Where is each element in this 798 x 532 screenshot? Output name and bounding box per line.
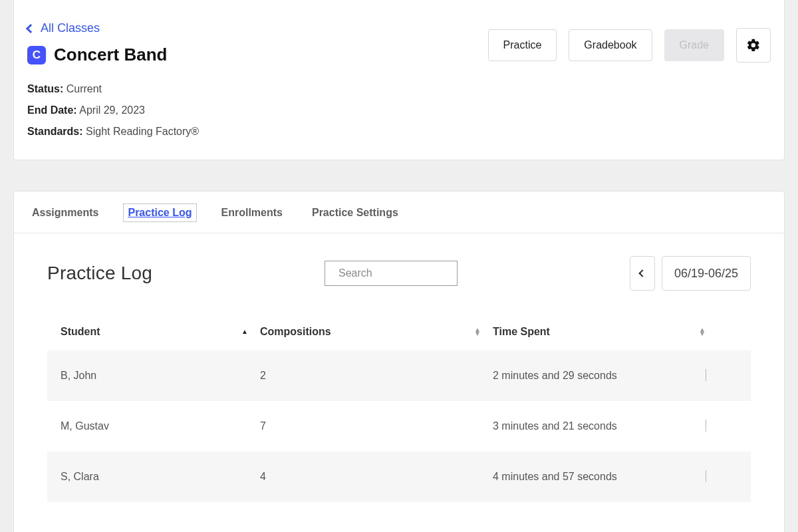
cell-student: S, Clara [61,471,260,483]
class-header-card: All Classes C Concert Band Status: Curre… [13,0,785,160]
settings-button[interactable] [736,28,771,63]
sort-icon: ▲▼ [474,328,481,336]
content-card: Assignments Practice Log Enrollments Pra… [13,191,785,532]
status-label: Status: [27,83,63,94]
date-nav: 06/19-06/25 [630,256,751,291]
class-badge: C [27,46,46,65]
cell-compositions: 2 [260,370,493,382]
cell-compositions: 7 [260,420,493,432]
class-meta: Status: Current End Date: April 29, 2023… [27,78,771,142]
column-time-label: Time Spent [493,326,550,338]
standards-value: Sight Reading Factory® [86,126,199,137]
breadcrumb-all-classes-link[interactable]: All Classes [41,21,100,35]
status-value: Current [66,83,102,94]
chevron-right-icon[interactable] [706,470,706,482]
panel-title: Practice Log [47,263,152,284]
chevron-left-icon [638,269,646,277]
standards-label: Standards: [27,126,83,137]
search-box[interactable] [325,261,458,286]
date-range-picker[interactable]: 06/19-06/25 [662,256,751,291]
practice-log-panel: Practice Log 06/19-06/25 Student ▲ [14,233,784,532]
cell-student: B, John [61,370,260,382]
grade-button: Grade [664,29,724,61]
practice-log-table: Student ▲ Compositions ▲▼ Time Spent ▲▼ … [47,313,751,502]
column-compositions[interactable]: Compositions ▲▼ [260,326,493,338]
sort-asc-icon: ▲ [241,330,248,334]
column-student-label: Student [61,326,100,338]
cell-time-spent: 2 minutes and 29 seconds [493,370,706,382]
class-title: Concert Band [54,45,167,65]
search-input[interactable] [338,267,471,279]
gradebook-button[interactable]: Gradebook [569,29,652,61]
chevron-right-icon[interactable] [706,369,706,381]
header-actions: Practice Gradebook Grade [488,28,771,63]
table-row[interactable]: B, John22 minutes and 29 seconds [47,350,751,401]
tab-enrollments[interactable]: Enrollments [217,203,287,222]
cell-time-spent: 4 minutes and 57 seconds [493,471,706,483]
chevron-left-icon[interactable] [26,23,35,33]
cell-student: M, Gustav [61,420,260,432]
table-row[interactable]: M, Gustav73 minutes and 21 seconds [47,401,751,452]
cell-compositions: 4 [260,471,493,483]
practice-button[interactable]: Practice [488,29,557,61]
column-time-spent[interactable]: Time Spent ▲▼ [493,326,706,338]
end-date-label: End Date: [27,104,77,116]
sort-icon: ▲▼ [699,328,706,336]
tab-practice-log[interactable]: Practice Log [123,203,196,222]
table-header: Student ▲ Compositions ▲▼ Time Spent ▲▼ [47,313,751,350]
column-student[interactable]: Student ▲ [61,326,260,338]
cell-time-spent: 3 minutes and 21 seconds [493,420,706,432]
column-compositions-label: Compositions [260,326,331,338]
tab-assignments[interactable]: Assignments [27,203,103,222]
tabs: Assignments Practice Log Enrollments Pra… [14,192,784,233]
gear-icon [746,38,761,53]
prev-week-button[interactable] [630,256,655,291]
end-date-value: April 29, 2023 [79,104,145,116]
chevron-right-icon[interactable] [706,420,706,432]
tab-practice-settings[interactable]: Practice Settings [307,203,403,222]
table-row[interactable]: S, Clara44 minutes and 57 seconds [47,452,751,502]
